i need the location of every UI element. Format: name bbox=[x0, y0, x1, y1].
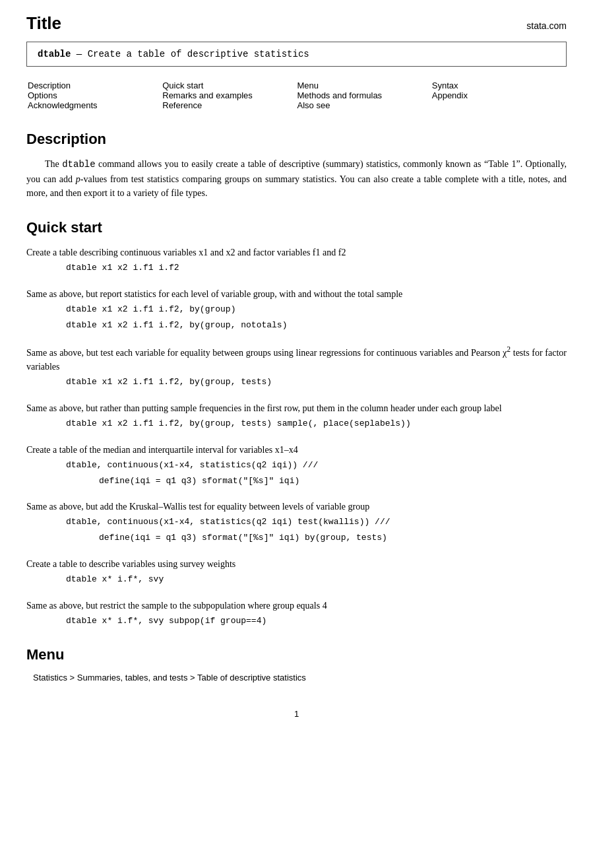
qs-code-6b: define(iqi = q1 q3) sformat("[%s]" iqi) … bbox=[26, 531, 567, 545]
qs-item-5: Create a table of the median and interqu… bbox=[26, 443, 567, 488]
qs-desc-8: Same as above, but restrict the sample t… bbox=[26, 599, 567, 613]
qs-item-1: Create a table describing continuous var… bbox=[26, 246, 567, 275]
qs-item-6: Same as above, but add the Kruskal–Walli… bbox=[26, 500, 567, 545]
menu-path: Statistics > Summaries, tables, and test… bbox=[26, 673, 567, 683]
qs-code-8: dtable x* i.f*, svy subpop(if group==4) bbox=[26, 615, 567, 628]
qs-item-8: Same as above, but restrict the sample t… bbox=[26, 599, 567, 628]
qs-desc-2: Same as above, but report statistics for… bbox=[26, 287, 567, 301]
qs-code-3: dtable x1 x2 i.f1 i.f2, by(group, tests) bbox=[26, 376, 567, 389]
nav-methods[interactable]: Methods and formulas bbox=[297, 90, 431, 100]
qs-code-7: dtable x* i.f*, svy bbox=[26, 573, 567, 587]
nav-remarks[interactable]: Remarks and examples bbox=[162, 90, 296, 100]
qs-desc-6: Same as above, but add the Kruskal–Walli… bbox=[26, 500, 567, 514]
qs-desc-3: Same as above, but test each variable fo… bbox=[26, 344, 567, 374]
nav-table: Description Options Acknowledgments Quic… bbox=[26, 79, 567, 112]
nav-also-see[interactable]: Also see bbox=[297, 100, 431, 110]
description-heading: Description bbox=[26, 131, 567, 148]
qs-code-2a: dtable x1 x2 i.f1 i.f2, by(group) bbox=[26, 303, 567, 317]
qs-code-4: dtable x1 x2 i.f1 i.f2, by(group, tests)… bbox=[26, 417, 567, 431]
description-text: The dtable command allows you to easily … bbox=[26, 157, 567, 201]
nav-acknowledgments[interactable]: Acknowledgments bbox=[28, 100, 161, 110]
title-separator: — bbox=[77, 49, 82, 59]
page-header: Title stata.com bbox=[26, 13, 567, 34]
menu-heading: Menu bbox=[26, 646, 567, 663]
qs-desc-4: Same as above, but rather than putting s… bbox=[26, 401, 567, 415]
qs-code-5b: define(iqi = q1 q3) sformat("[%s]" iqi) bbox=[26, 475, 567, 488]
qs-desc-5: Create a table of the median and interqu… bbox=[26, 443, 567, 457]
nav-quickstart[interactable]: Quick start bbox=[162, 81, 296, 90]
nav-menu[interactable]: Menu bbox=[297, 81, 431, 90]
qs-code-5a: dtable, continuous(x1-x4, statistics(q2 … bbox=[26, 459, 567, 473]
nav-appendix[interactable]: Appendix bbox=[432, 90, 565, 100]
quickstart-heading: Quick start bbox=[26, 219, 567, 236]
title-box: dtable — Create a table of descriptive s… bbox=[26, 42, 567, 67]
command-name: dtable bbox=[38, 49, 71, 59]
qs-item-4: Same as above, but rather than putting s… bbox=[26, 401, 567, 431]
qs-desc-1: Create a table describing continuous var… bbox=[26, 246, 567, 259]
nav-syntax[interactable]: Syntax bbox=[432, 81, 565, 90]
qs-code-6a: dtable, continuous(x1-x4, statistics(q2 … bbox=[26, 516, 567, 529]
qs-item-7: Create a table to describe variables usi… bbox=[26, 557, 567, 587]
qs-desc-7: Create a table to describe variables usi… bbox=[26, 557, 567, 571]
page-number: 1 bbox=[26, 709, 567, 719]
qs-code-2b: dtable x1 x2 i.f1 i.f2, by(group, notota… bbox=[26, 319, 567, 333]
nav-description[interactable]: Description bbox=[28, 81, 161, 90]
nav-options[interactable]: Options bbox=[28, 90, 161, 100]
title-description: Create a table of descriptive statistics bbox=[88, 49, 309, 59]
qs-code-1: dtable x1 x2 i.f1 i.f2 bbox=[26, 261, 567, 275]
qs-item-3: Same as above, but test each variable fo… bbox=[26, 344, 567, 389]
brand: stata.com bbox=[526, 20, 567, 31]
page-title: Title bbox=[26, 13, 61, 34]
qs-item-2: Same as above, but report statistics for… bbox=[26, 287, 567, 333]
nav-reference[interactable]: Reference bbox=[162, 100, 296, 110]
